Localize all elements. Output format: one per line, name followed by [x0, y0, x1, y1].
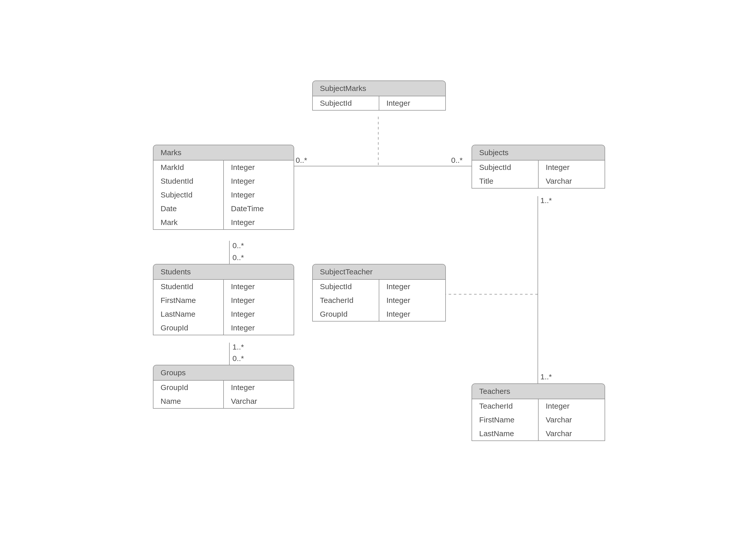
attr-type: Varchar: [538, 174, 605, 188]
attr-name: TeacherId: [313, 294, 379, 307]
table-row: SubjectId Integer: [472, 160, 605, 174]
attr-type: Integer: [224, 188, 294, 202]
entity-title: SubjectMarks: [313, 81, 445, 96]
entity-teachers[interactable]: Teachers TeacherId Integer FirstName Var…: [472, 383, 605, 441]
attr-type: Integer: [224, 280, 294, 294]
attr-type: Integer: [224, 380, 294, 394]
attr-type: Varchar: [538, 413, 605, 427]
table-row: LastName Varchar: [472, 427, 605, 440]
attr-type: Integer: [379, 96, 445, 110]
attr-type: Integer: [538, 160, 605, 174]
attr-type: Integer: [224, 321, 294, 335]
attr-type: Integer: [224, 307, 294, 321]
attr-name: TeacherId: [472, 399, 538, 413]
attr-type: Integer: [224, 294, 294, 307]
attr-name: SubjectId: [154, 188, 224, 202]
entity-title: SubjectTeacher: [313, 265, 445, 280]
entity-students[interactable]: Students StudentId Integer FirstName Int…: [153, 264, 294, 335]
attr-name: StudentId: [154, 174, 224, 188]
attr-name: LastName: [472, 427, 538, 440]
multiplicity-label: 1..*: [540, 373, 552, 381]
attr-type: Varchar: [538, 427, 605, 440]
entity-title: Students: [154, 265, 294, 280]
entity-title: Groups: [154, 365, 294, 380]
attr-name: GroupId: [154, 321, 224, 335]
attr-name: FirstName: [472, 413, 538, 427]
attr-name: SubjectId: [313, 280, 379, 294]
table-row: FirstName Integer: [154, 294, 294, 307]
attr-name: Title: [472, 174, 538, 188]
table-row: GroupId Integer: [313, 307, 445, 321]
attr-name: StudentId: [154, 280, 224, 294]
table-row: LastName Integer: [154, 307, 294, 321]
attr-name: GroupId: [313, 307, 379, 321]
multiplicity-label: 0..*: [232, 354, 244, 363]
attr-type: Integer: [379, 307, 445, 321]
attr-name: FirstName: [154, 294, 224, 307]
multiplicity-label: 0..*: [451, 156, 463, 165]
entity-subjects[interactable]: Subjects SubjectId Integer Title Varchar: [472, 145, 605, 188]
multiplicity-label: 1..*: [540, 196, 552, 205]
attr-name: Name: [154, 394, 224, 408]
attr-type: Integer: [379, 280, 445, 294]
attr-type: Integer: [538, 399, 605, 413]
attr-type: Integer: [224, 174, 294, 188]
entity-marks[interactable]: Marks MarkId Integer StudentId Integer S…: [153, 145, 294, 230]
attr-name: SubjectId: [472, 160, 538, 174]
attr-name: MarkId: [154, 160, 224, 174]
attr-type: Integer: [224, 160, 294, 174]
table-row: Mark Integer: [154, 215, 294, 229]
table-row: GroupId Integer: [154, 380, 294, 394]
multiplicity-label: 0..*: [232, 241, 244, 250]
entity-subjectteacher[interactable]: SubjectTeacher SubjectId Integer Teacher…: [312, 264, 446, 322]
table-row: StudentId Integer: [154, 280, 294, 294]
multiplicity-label: 1..*: [232, 343, 244, 351]
multiplicity-label: 0..*: [232, 253, 244, 262]
table-row: TeacherId Integer: [472, 399, 605, 413]
attr-name: GroupId: [154, 380, 224, 394]
entity-groups[interactable]: Groups GroupId Integer Name Varchar: [153, 365, 294, 408]
attr-name: SubjectId: [313, 96, 379, 110]
attr-name: LastName: [154, 307, 224, 321]
table-row: TeacherId Integer: [313, 294, 445, 307]
table-row: MarkId Integer: [154, 160, 294, 174]
entity-subjectmarks[interactable]: SubjectMarks SubjectId Integer: [312, 80, 446, 111]
table-row: Title Varchar: [472, 174, 605, 188]
attr-type: DateTime: [224, 202, 294, 215]
table-row: SubjectId Integer: [313, 280, 445, 294]
entity-title: Subjects: [472, 145, 605, 160]
multiplicity-label: 0..*: [296, 156, 307, 165]
entity-title: Teachers: [472, 384, 605, 399]
table-row: FirstName Varchar: [472, 413, 605, 427]
table-row: Name Varchar: [154, 394, 294, 408]
attr-name: Mark: [154, 215, 224, 229]
table-row: SubjectId Integer: [154, 188, 294, 202]
attr-type: Integer: [379, 294, 445, 307]
attr-type: Varchar: [224, 394, 294, 408]
attr-type: Integer: [224, 215, 294, 229]
attr-name: Date: [154, 202, 224, 215]
entity-title: Marks: [154, 145, 294, 160]
table-row: GroupId Integer: [154, 321, 294, 335]
table-row: SubjectId Integer: [313, 96, 445, 110]
table-row: Date DateTime: [154, 202, 294, 215]
table-row: StudentId Integer: [154, 174, 294, 188]
